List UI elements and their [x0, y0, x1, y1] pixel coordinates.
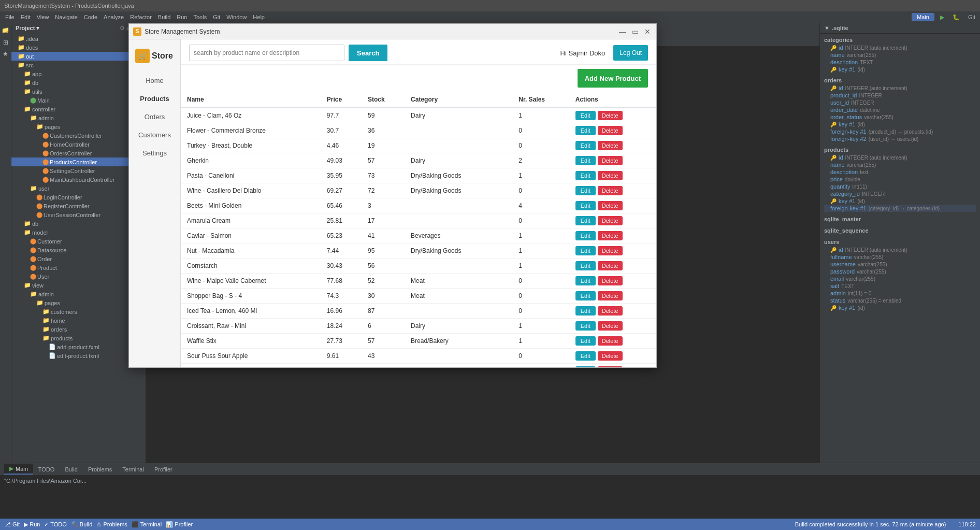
tree-item-src[interactable]: 📁 src	[11, 61, 146, 69]
edit-button[interactable]: Edit	[575, 351, 596, 361]
tree-item-product[interactable]: ⬤ Product	[11, 263, 146, 272]
edit-button[interactable]: Edit	[575, 186, 596, 195]
menu-item-refactor[interactable]: Refactor	[127, 13, 155, 21]
tree-item-model[interactable]: 📁 model	[11, 228, 146, 237]
nav-orders[interactable]: Orders	[129, 108, 180, 126]
tree-item-view[interactable]: 📁 view	[11, 281, 146, 290]
delete-button[interactable]: Delete	[598, 336, 623, 346]
edit-button[interactable]: Edit	[575, 126, 596, 135]
edit-button[interactable]: Edit	[575, 261, 596, 270]
delete-button[interactable]: Delete	[598, 156, 623, 165]
nav-home[interactable]: Home	[129, 71, 180, 90]
tree-item-products[interactable]: 📁 products	[11, 334, 146, 342]
search-input[interactable]	[189, 45, 344, 61]
delete-button[interactable]: Delete	[598, 306, 623, 316]
db-section-title[interactable]: categories	[824, 37, 976, 43]
edit-button[interactable]: Edit	[575, 216, 596, 225]
db-section-title[interactable]: products	[824, 147, 976, 153]
delete-button[interactable]: Delete	[598, 141, 623, 150]
tree-item-edit-product-fxml[interactable]: 📄 edit-product.fxml	[11, 351, 146, 360]
delete-button[interactable]: Delete	[598, 126, 623, 135]
menu-item-edit[interactable]: Edit	[18, 13, 34, 21]
edit-button[interactable]: Edit	[575, 321, 596, 331]
tree-item--idea[interactable]: 📁 .idea	[11, 34, 146, 43]
menu-item-view[interactable]: View	[34, 13, 52, 21]
tree-item-maindashboardcontroller[interactable]: ⬤ MainDashboardController	[11, 175, 146, 184]
menu-item-file[interactable]: File	[2, 13, 18, 21]
tree-item-app[interactable]: 📁 app	[11, 69, 146, 78]
menu-item-tools[interactable]: Tools	[190, 13, 210, 21]
tree-item-productscontroller[interactable]: ⬤ ProductsController	[11, 157, 146, 166]
menu-item-navigate[interactable]: Navigate	[52, 13, 80, 21]
edit-button[interactable]: Edit	[575, 246, 596, 255]
edit-button[interactable]: Edit	[575, 231, 596, 240]
nav-settings[interactable]: Settings	[129, 144, 180, 162]
db-section-title[interactable]: orders	[824, 77, 976, 83]
structure-icon[interactable]: ⊞	[3, 39, 8, 46]
tree-item-admin[interactable]: 📁 admin	[11, 290, 146, 298]
maximize-button[interactable]: ▭	[630, 27, 640, 36]
delete-button[interactable]: Delete	[598, 276, 623, 285]
menu-item-window[interactable]: Window	[223, 13, 250, 21]
tree-item-customer[interactable]: ⬤ Customer	[11, 237, 146, 246]
delete-button[interactable]: Delete	[598, 171, 623, 180]
tree-item-datasource[interactable]: ⬤ Datasource	[11, 246, 146, 254]
edit-button[interactable]: Edit	[575, 156, 596, 165]
tree-item-user[interactable]: ⬤ User	[11, 272, 146, 281]
tree-item-db[interactable]: 📁 db	[11, 219, 146, 228]
run-button[interactable]: ▶	[938, 13, 947, 22]
tree-item-customerscontroller[interactable]: ⬤ CustomersController	[11, 131, 146, 140]
tree-item-user[interactable]: 📁 user	[11, 184, 146, 193]
bookmarks-icon[interactable]: ★	[3, 50, 8, 58]
db-section-title[interactable]: sqlite_sequence	[824, 227, 976, 234]
terminal-status[interactable]: ⬛ Terminal	[132, 521, 162, 528]
tab-problems[interactable]: Problems	[83, 465, 117, 474]
tree-item-registercontroller[interactable]: ⬤ RegisterController	[11, 202, 146, 210]
tree-item-db[interactable]: 📁 db	[11, 78, 146, 87]
tab-run[interactable]: ▶ Main	[4, 464, 33, 475]
build-status[interactable]: 🔨 Build	[71, 521, 93, 528]
tree-item-add-product-fxml[interactable]: 📄 add-product.fxml	[11, 342, 146, 351]
tree-item-controller[interactable]: 📁 controller	[11, 105, 146, 113]
add-product-button[interactable]: Add New Product	[578, 69, 648, 88]
tree-item-out[interactable]: 📁 out	[11, 52, 146, 61]
todo-count[interactable]: ✓ TODO	[44, 521, 66, 528]
run-config-dropdown[interactable]: Main	[912, 13, 934, 21]
db-section-title[interactable]: sqlite_master	[824, 216, 976, 222]
edit-button[interactable]: Edit	[575, 171, 596, 180]
db-filter-icon[interactable]: ▼	[824, 25, 830, 31]
delete-button[interactable]: Delete	[598, 366, 623, 367]
delete-button[interactable]: Delete	[598, 216, 623, 225]
profiler-status[interactable]: 📊 Profiler	[166, 521, 193, 528]
tree-item-utils[interactable]: 📁 utils	[11, 87, 146, 96]
delete-button[interactable]: Delete	[598, 201, 623, 210]
edit-button[interactable]: Edit	[575, 201, 596, 210]
project-icon[interactable]: 📁	[2, 27, 9, 35]
edit-button[interactable]: Edit	[575, 306, 596, 316]
menu-item-code[interactable]: Code	[81, 13, 100, 21]
tree-item-homecontroller[interactable]: ⬤ HomeController	[11, 140, 146, 149]
tree-item-pages[interactable]: 📁 pages	[11, 298, 146, 307]
tree-item-order[interactable]: ⬤ Order	[11, 254, 146, 263]
menu-item-build[interactable]: Build	[155, 13, 174, 21]
tab-profiler[interactable]: Profiler	[149, 465, 178, 474]
tree-item-main[interactable]: ⬤ Main	[11, 96, 146, 105]
tree-item-orderscontroller[interactable]: ⬤ OrdersController	[11, 149, 146, 157]
db-section-title[interactable]: users	[824, 239, 976, 245]
search-button[interactable]: Search	[349, 45, 387, 61]
tree-item-usersessioncontroller[interactable]: ⬤ UserSessionController	[11, 210, 146, 219]
tree-item-logincontroller[interactable]: ⬤ LoginController	[11, 193, 146, 202]
menu-item-run[interactable]: Run	[174, 13, 190, 21]
edit-button[interactable]: Edit	[575, 291, 596, 300]
nav-products[interactable]: Products	[129, 90, 180, 108]
edit-button[interactable]: Edit	[575, 111, 596, 120]
delete-button[interactable]: Delete	[598, 246, 623, 255]
minimize-button[interactable]: —	[618, 27, 627, 36]
debug-button[interactable]: 🐛	[950, 13, 962, 22]
tree-item-orders[interactable]: 📁 orders	[11, 325, 146, 334]
edit-button[interactable]: Edit	[575, 366, 596, 367]
tree-item-home[interactable]: 📁 home	[11, 316, 146, 325]
nav-customers[interactable]: Customers	[129, 126, 180, 144]
delete-button[interactable]: Delete	[598, 231, 623, 240]
tree-item-admin[interactable]: 📁 admin	[11, 113, 146, 122]
